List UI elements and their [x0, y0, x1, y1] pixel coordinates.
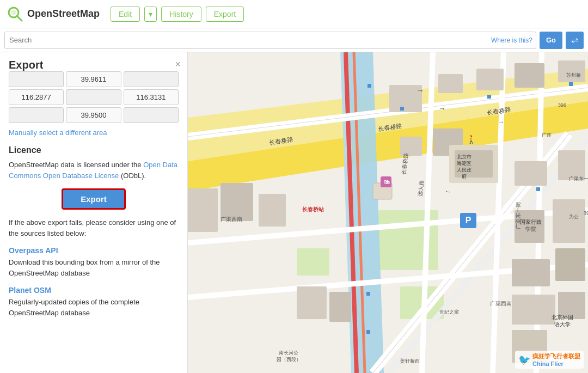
svg-text:→: → — [438, 104, 446, 113]
coord-grid: 39.9611 116.2877 116.3131 39.9500 — [9, 71, 179, 123]
svg-rect-52 — [487, 95, 491, 99]
watermark-text2: China Flier — [532, 360, 580, 367]
logo-icon — [7, 5, 24, 23]
coord-top-left-empty — [9, 71, 64, 87]
svg-text:广渠西南: 广渠西南 — [490, 301, 512, 307]
navbar: OpenStreetMap Edit ▾ History Export — [0, 0, 588, 28]
licence-before: OpenStreetMap data is licensed under the — [9, 161, 143, 169]
svg-rect-55 — [536, 187, 540, 191]
licence-after: (ODbL). — [119, 172, 146, 180]
history-button[interactable]: History — [161, 7, 201, 22]
svg-text:园（西段）: 园（西段） — [277, 357, 301, 362]
where-is-this-link[interactable]: Where is this? — [488, 36, 536, 44]
svg-rect-35 — [553, 199, 585, 243]
coord-bottom-left-empty — [9, 107, 64, 123]
svg-rect-27 — [558, 60, 585, 82]
overpass-api-title[interactable]: Overpass API — [9, 246, 179, 255]
svg-text:南长河公: 南长河公 — [279, 350, 298, 356]
svg-rect-56 — [366, 292, 370, 296]
svg-text:语大学: 语大学 — [554, 321, 571, 327]
licence-text: OpenStreetMap data is licensed under the… — [9, 160, 179, 181]
svg-line-1 — [17, 16, 22, 21]
svg-text:姜轩桥西: 姜轩桥西 — [400, 358, 420, 364]
svg-text:🛍: 🛍 — [383, 179, 390, 185]
svg-rect-37 — [555, 248, 585, 281]
main-layout: Export × 39.9611 116.2877 116.3131 39.95… — [0, 52, 588, 373]
svg-rect-26 — [514, 63, 544, 88]
svg-rect-32 — [514, 161, 547, 186]
coord-bottom-right-empty — [124, 107, 179, 123]
svg-text:广渠西南: 广渠西南 — [220, 216, 242, 222]
watermark-text1: 疯狂学飞行者联盟 — [532, 352, 580, 360]
svg-rect-5 — [297, 248, 329, 276]
watermark: 🐦 疯狂学飞行者联盟 China Flier — [515, 351, 584, 369]
map-svg: 🛍 P 🚶 → → 长春桥路 长春桥路 长春桥路 远大路 长春桥路 — [188, 52, 588, 373]
coord-left[interactable]: 116.2877 — [9, 89, 64, 105]
directions-icon: ⇌ — [571, 35, 578, 45]
edit-button[interactable]: Edit — [111, 7, 140, 22]
coord-center-empty — [66, 89, 121, 105]
svg-text:398: 398 — [584, 210, 588, 216]
svg-text:396: 396 — [558, 102, 566, 108]
coord-top-right-empty — [124, 71, 179, 87]
svg-point-2 — [11, 10, 16, 15]
svg-rect-41 — [188, 188, 218, 232]
svg-text:世纪之窗: 世纪之窗 — [439, 309, 459, 315]
svg-text:苏州桥: 苏州桥 — [566, 72, 581, 78]
svg-text:国家行政: 国家行政 — [520, 219, 542, 225]
edit-dropdown-button[interactable]: ▾ — [144, 7, 157, 22]
svg-rect-42 — [220, 183, 253, 221]
licence-title: Licence — [9, 145, 179, 155]
svg-text:人民政: 人民政 — [457, 167, 471, 173]
svg-text:府: 府 — [462, 174, 467, 179]
coord-bottom[interactable]: 39.9500 — [66, 107, 121, 123]
svg-rect-53 — [569, 82, 573, 86]
svg-text:P: P — [465, 216, 471, 225]
svg-rect-38 — [512, 295, 555, 325]
svg-rect-24 — [438, 74, 463, 93]
svg-rect-58 — [367, 84, 371, 88]
svg-text:学院: 学院 — [525, 226, 536, 232]
svg-text:→: → — [497, 118, 505, 126]
overpass-api-desc: Download this bounding box from a mirror… — [9, 257, 179, 278]
svg-text:🚶: 🚶 — [467, 135, 476, 144]
close-button[interactable]: × — [175, 59, 181, 70]
svg-text:为公: 为公 — [569, 214, 579, 219]
coord-top[interactable]: 39.9611 — [66, 71, 121, 87]
sidebar: Export × 39.9611 116.2877 116.3131 39.95… — [0, 52, 188, 373]
sidebar-title: Export — [9, 59, 43, 71]
planet-osm-title[interactable]: Planet OSM — [9, 286, 179, 295]
coord-right[interactable]: 116.3131 — [124, 89, 179, 105]
search-bar: Where is this? Go ⇌ — [0, 28, 588, 52]
svg-text:广渠东一街: 广渠东一街 — [569, 176, 588, 181]
svg-text:广连: 广连 — [542, 132, 552, 138]
logo-area: OpenStreetMap — [7, 5, 100, 23]
svg-text:北京外国: 北京外国 — [552, 314, 573, 320]
svg-rect-44 — [297, 286, 327, 319]
export-button[interactable]: Export — [62, 188, 126, 210]
svg-text:长春桥站: 长春桥站 — [302, 206, 324, 212]
export-button-wrap: Export — [9, 188, 179, 210]
manual-select-link[interactable]: Manually select a different area — [9, 129, 179, 137]
svg-text:海淀区: 海淀区 — [457, 161, 471, 166]
export-fail-text: If the above export fails, please consid… — [9, 217, 179, 239]
map-area[interactable]: 🛍 P 🚶 → → 长春桥路 长春桥路 长春桥路 远大路 长春桥路 — [188, 52, 588, 373]
export-nav-button[interactable]: Export — [206, 7, 244, 22]
svg-rect-45 — [329, 292, 351, 322]
svg-text:北京市: 北京市 — [457, 154, 471, 160]
search-input-wrap: Where is this? — [4, 32, 536, 49]
svg-rect-25 — [476, 69, 504, 90]
svg-text:→: → — [416, 86, 424, 95]
search-input[interactable] — [5, 36, 488, 44]
svg-rect-57 — [366, 330, 370, 334]
svg-text:广渠东一街: 广渠东一街 — [515, 202, 521, 229]
directions-button[interactable]: ⇌ — [566, 32, 584, 49]
logo-text: OpenStreetMap — [27, 8, 100, 20]
svg-rect-51 — [400, 107, 404, 111]
go-button[interactable]: Go — [540, 32, 562, 49]
svg-rect-36 — [512, 259, 550, 286]
planet-osm-desc: Regularly-updated copies of the complete… — [9, 297, 179, 318]
svg-rect-43 — [259, 194, 286, 227]
